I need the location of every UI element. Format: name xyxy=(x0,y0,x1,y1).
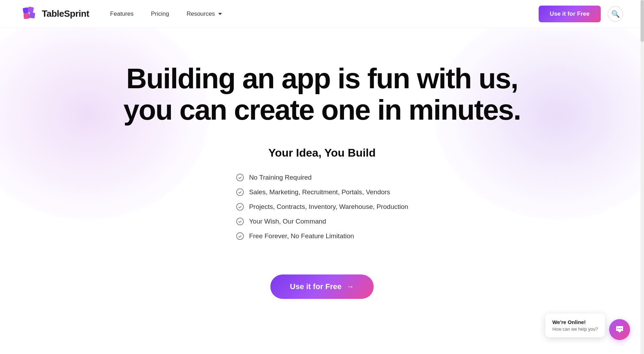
features-list: No Training Required Sales, Marketing, R… xyxy=(236,173,408,247)
check-icon-1 xyxy=(236,173,244,182)
svg-point-8 xyxy=(237,233,244,240)
feature-text-3: Projects, Contracts, Inventory, Warehous… xyxy=(249,203,408,211)
feature-item-4: Your Wish, Our Command xyxy=(236,217,408,226)
feature-item-3: Projects, Contracts, Inventory, Warehous… xyxy=(236,203,408,211)
hero-subtitle: Your Idea, You Build xyxy=(113,146,531,159)
check-icon-2 xyxy=(236,188,244,196)
feature-item-2: Sales, Marketing, Recruitment, Portals, … xyxy=(236,188,408,196)
svg-point-10 xyxy=(619,328,620,329)
svg-rect-3 xyxy=(29,12,35,18)
svg-point-5 xyxy=(237,189,244,196)
feature-text-4: Your Wish, Our Command xyxy=(249,218,326,225)
chat-button[interactable] xyxy=(609,319,630,340)
svg-rect-1 xyxy=(28,6,34,13)
nav-features[interactable]: Features xyxy=(110,10,134,17)
feature-item-5: Free Forever, No Feature Limitation xyxy=(236,232,408,240)
check-icon-3 xyxy=(236,203,244,211)
feature-item-1: No Training Required xyxy=(236,173,408,182)
check-icon-5 xyxy=(236,232,244,240)
arrow-icon: → xyxy=(346,282,354,291)
scrollbar-thumb[interactable] xyxy=(641,0,644,42)
svg-point-7 xyxy=(237,218,244,225)
nav-resources[interactable]: Resources xyxy=(187,10,222,17)
chevron-down-icon xyxy=(218,13,222,15)
nav-links: Features Pricing Resources xyxy=(89,10,222,17)
hero-cta-button[interactable]: Use it for Free → xyxy=(270,274,374,299)
logo-link[interactable]: TableSprint xyxy=(21,6,89,22)
chat-icon xyxy=(615,325,624,334)
feature-text-2: Sales, Marketing, Recruitment, Portals, … xyxy=(249,188,390,196)
svg-point-9 xyxy=(617,328,619,329)
search-icon: 🔍 xyxy=(611,10,620,18)
scrollbar[interactable] xyxy=(641,0,644,354)
svg-rect-2 xyxy=(23,13,29,19)
check-icon-4 xyxy=(236,217,244,226)
svg-point-11 xyxy=(621,328,622,329)
nav-pricing[interactable]: Pricing xyxy=(151,10,169,17)
svg-point-4 xyxy=(237,174,244,181)
search-button[interactable]: 🔍 xyxy=(608,6,623,22)
hero-title: Building an app is fun with us, you can … xyxy=(113,63,531,126)
brand-name: TableSprint xyxy=(42,8,89,19)
hero-content: Building an app is fun with us, you can … xyxy=(113,63,531,299)
feature-text-5: Free Forever, No Feature Limitation xyxy=(249,232,354,240)
chat-widget: We're Online! How can we help you? xyxy=(545,314,630,340)
logo-icon xyxy=(21,6,38,22)
navbar: TableSprint Features Pricing Resources U… xyxy=(0,0,644,28)
nav-right: Use it for Free 🔍 xyxy=(539,6,623,22)
hero-cta-label: Use it for Free xyxy=(290,282,342,291)
nav-cta-button[interactable]: Use it for Free xyxy=(539,6,601,22)
svg-point-6 xyxy=(237,203,244,210)
chat-bubble: We're Online! How can we help you? xyxy=(545,314,605,337)
feature-text-1: No Training Required xyxy=(249,174,312,181)
chat-help-label: How can we help you? xyxy=(552,326,598,332)
chat-online-label: We're Online! xyxy=(552,319,598,325)
hero-section: Building an app is fun with us, you can … xyxy=(0,28,644,354)
